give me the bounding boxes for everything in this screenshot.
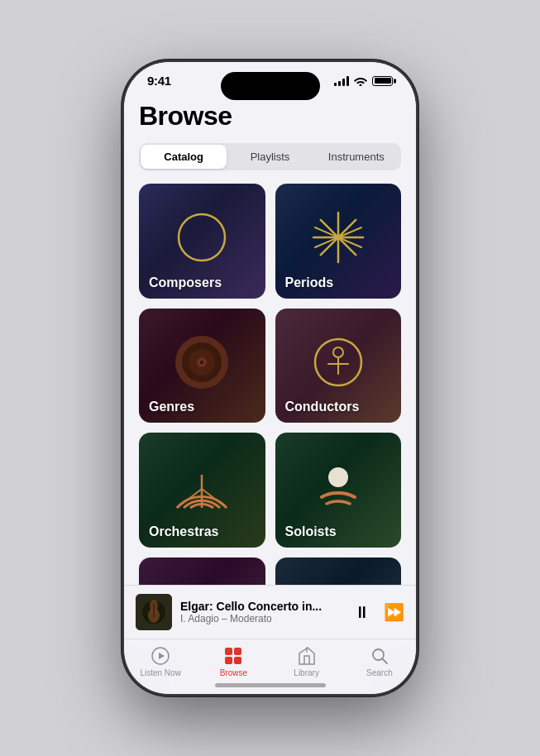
catalog-card-composers[interactable]: Composers: [139, 184, 265, 299]
home-indicator: [215, 683, 326, 687]
tab-catalog[interactable]: Catalog: [141, 145, 227, 169]
soloists-art: [305, 454, 371, 520]
orchestras-art: [169, 454, 235, 520]
svg-rect-37: [153, 604, 155, 617]
main-content: Browse Catalog Playlists Instruments Com…: [124, 93, 416, 585]
status-time: 9:41: [147, 74, 171, 88]
tab-browse-label: Browse: [220, 668, 247, 677]
genres-art: [169, 329, 235, 395]
phone-frame: 9:41 Browse Catalog Play: [124, 62, 416, 694]
mini-player[interactable]: Elgar: Cello Concerto in... I. Adagio – …: [124, 585, 416, 639]
tab-listen-now[interactable]: Listen Now: [124, 646, 197, 677]
svg-point-19: [328, 467, 348, 487]
tab-listen-now-label: Listen Now: [140, 668, 180, 677]
card-label-soloists: Soloists: [285, 524, 337, 539]
svg-point-11: [200, 361, 203, 364]
wifi-icon: [354, 76, 367, 86]
svg-line-45: [382, 659, 387, 664]
ensembles-art: [169, 578, 235, 585]
svg-rect-41: [234, 648, 241, 655]
card-label-composers: Composers: [149, 275, 222, 290]
periods-art: [305, 204, 371, 270]
mini-player-title: Elgar: Cello Concerto in...: [180, 600, 346, 613]
tab-instruments[interactable]: Instruments: [313, 145, 399, 169]
catalog-card-soloists[interactable]: Soloists: [275, 433, 402, 548]
search-icon: [370, 646, 389, 666]
page-title: Browse: [139, 101, 401, 132]
conductors-art: [305, 329, 371, 395]
screen: 9:41 Browse Catalog Play: [124, 62, 416, 694]
tab-library[interactable]: Library: [270, 646, 343, 677]
choirs-art: [305, 578, 371, 585]
card-label-conductors: Conductors: [285, 400, 360, 414]
status-icons: [334, 76, 393, 86]
tab-library-label: Library: [294, 668, 319, 677]
dynamic-island: [221, 72, 320, 100]
catalog-grid: Composers: [139, 184, 401, 585]
tab-playlists[interactable]: Playlists: [227, 145, 313, 169]
svg-rect-43: [234, 657, 241, 664]
tab-browse[interactable]: Browse: [197, 646, 270, 677]
pause-button[interactable]: ⏸: [354, 603, 370, 622]
svg-point-0: [179, 214, 225, 261]
catalog-card-conductors[interactable]: Conductors: [275, 309, 402, 423]
mini-player-artwork: [136, 594, 172, 630]
mini-player-subtitle: I. Adagio – Moderato: [180, 613, 346, 624]
mini-player-controls: ⏸ ⏩: [354, 602, 404, 622]
skip-forward-button[interactable]: ⏩: [384, 602, 404, 622]
card-label-periods: Periods: [285, 275, 334, 290]
signal-icon: [334, 76, 349, 86]
battery-icon: [372, 76, 393, 86]
svg-marker-39: [159, 653, 165, 659]
catalog-card-periods[interactable]: Periods: [275, 184, 402, 299]
composers-art: [169, 204, 235, 270]
tab-search[interactable]: Search: [343, 646, 416, 677]
segment-control: Catalog Playlists Instruments: [139, 143, 401, 170]
catalog-card-choirs[interactable]: Choirs: [275, 557, 402, 585]
svg-rect-40: [225, 648, 232, 655]
catalog-card-orchestras[interactable]: Orchestras: [139, 433, 265, 548]
card-label-orchestras: Orchestras: [149, 524, 219, 539]
catalog-card-ensembles[interactable]: Ensembles: [139, 557, 265, 585]
tab-search-label: Search: [366, 668, 393, 677]
mini-player-info: Elgar: Cello Concerto in... I. Adagio – …: [180, 600, 346, 624]
library-icon: [297, 646, 317, 666]
listen-now-icon: [151, 646, 170, 666]
browse-icon: [223, 646, 243, 666]
svg-rect-42: [225, 657, 232, 664]
svg-point-13: [333, 347, 343, 357]
card-label-genres: Genres: [149, 400, 194, 414]
catalog-card-genres[interactable]: Genres: [139, 309, 265, 423]
